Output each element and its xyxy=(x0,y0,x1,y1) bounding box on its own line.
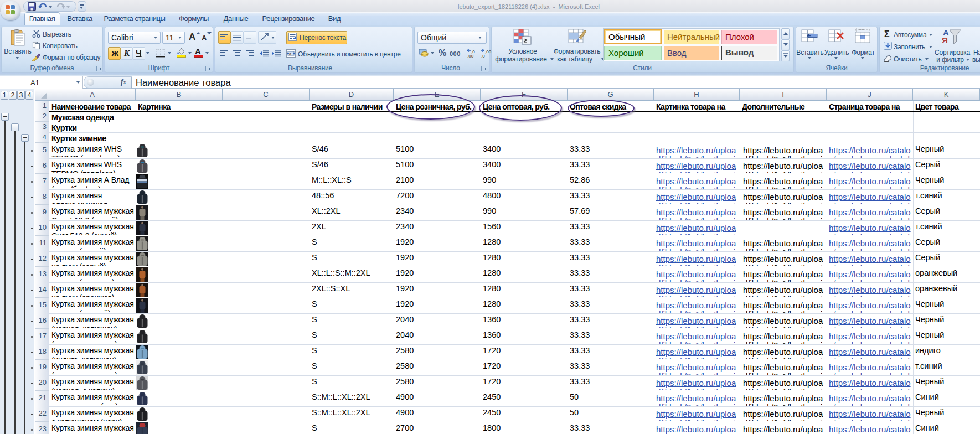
svg-text:,00: ,00 xyxy=(485,49,492,54)
svg-text:a: a xyxy=(289,52,291,56)
svg-text:,00: ,00 xyxy=(467,54,474,58)
svg-text:,0: ,0 xyxy=(481,54,485,58)
